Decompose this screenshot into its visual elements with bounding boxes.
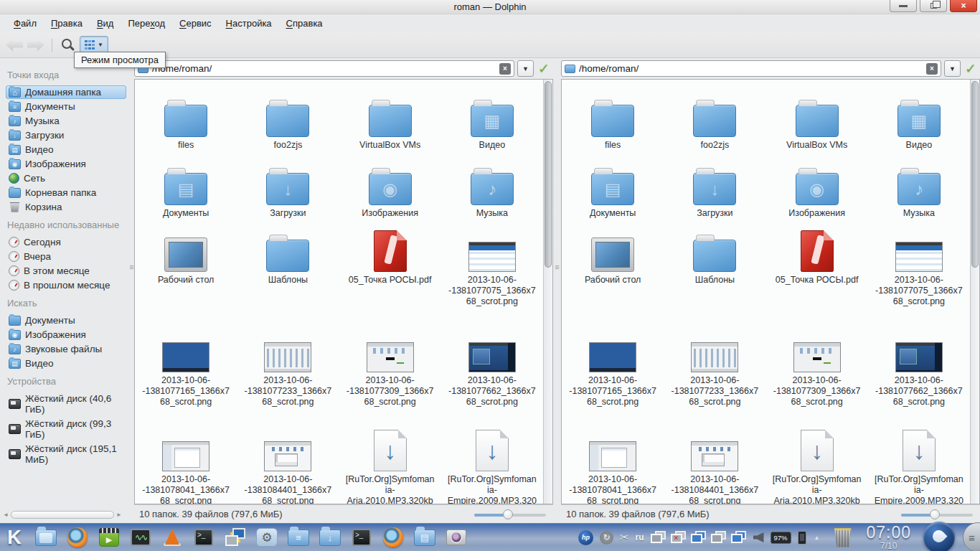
- close-button[interactable]: ×: [950, 0, 977, 12]
- volume-icon[interactable]: [753, 532, 764, 542]
- trash-icon[interactable]: [833, 528, 852, 547]
- file-manager-icon[interactable]: [413, 526, 436, 549]
- network-active-icon[interactable]: [731, 531, 747, 544]
- file-item[interactable]: Изображения: [339, 153, 441, 219]
- file-item[interactable]: Рабочий стол: [562, 219, 664, 319]
- titlebar[interactable]: roman — Dolphin ×: [0, 0, 980, 14]
- file-item[interactable]: Музыка: [868, 153, 970, 219]
- hp-icon[interactable]: hp: [578, 530, 593, 545]
- scroll-left-icon[interactable]: ◄: [3, 512, 9, 518]
- sidebar-item[interactable]: Видео: [6, 143, 126, 156]
- file-item[interactable]: files: [562, 84, 664, 153]
- sidebar-item[interactable]: Сегодня: [6, 235, 126, 249]
- file-item[interactable]: Шаблоны: [237, 219, 339, 319]
- firefox-icon[interactable]: [66, 526, 89, 549]
- file-item[interactable]: 2013-10-06--1381077075_1366x768_scrot.pn…: [441, 219, 543, 319]
- sidebar-item[interactable]: Сеть: [6, 171, 126, 185]
- firefox-icon[interactable]: [382, 526, 405, 549]
- phone-icon[interactable]: [798, 531, 806, 545]
- downloads-folder-icon[interactable]: [319, 526, 341, 549]
- menu-item[interactable]: Правка: [44, 16, 89, 31]
- media-player-icon[interactable]: [98, 526, 121, 549]
- file-item[interactable]: Документы: [562, 153, 664, 219]
- rosa-menu-button[interactable]: [923, 522, 955, 551]
- sidebar-item[interactable]: Изображения: [6, 157, 126, 171]
- sidebar-item[interactable]: Жёсткий диск (99,3 ГиБ): [6, 417, 126, 441]
- file-item[interactable]: 2013-10-06--1381084401_1366x768_scrot.pn…: [664, 418, 765, 504]
- forward-icon[interactable]: [27, 39, 44, 52]
- sidebar-item[interactable]: Вчера: [6, 250, 126, 263]
- scrollbar-thumb[interactable]: [545, 81, 552, 268]
- search-icon[interactable]: [60, 37, 75, 53]
- zoom-slider[interactable]: [901, 509, 973, 519]
- sidebar-item[interactable]: Домашняя папка: [6, 85, 126, 99]
- scissors-icon[interactable]: ✂: [620, 531, 629, 544]
- clear-icon[interactable]: ×: [926, 63, 938, 75]
- menu-item[interactable]: Вид: [90, 16, 121, 31]
- terminal-icon[interactable]: [192, 526, 215, 549]
- file-item[interactable]: [RuTor.Org]Symfomania-Empire.2009.MP3.32…: [868, 418, 970, 504]
- file-item[interactable]: 2013-10-06--1381077233_1366x768_scrot.pn…: [237, 319, 339, 418]
- file-item[interactable]: foo2zjs: [664, 84, 765, 153]
- scroll-right-icon[interactable]: ►: [116, 512, 122, 518]
- file-item[interactable]: [RuTor.Org]Symfomania-Aria.2010.MP3.320k…: [339, 418, 441, 504]
- file-item[interactable]: 2013-10-06--1381077662_1366x768_scrot.pn…: [868, 319, 970, 418]
- file-item[interactable]: Музыка: [441, 153, 543, 219]
- menu-item[interactable]: Настройка: [220, 16, 278, 31]
- file-item[interactable]: Видео: [441, 84, 543, 153]
- file-item[interactable]: Рабочий стол: [135, 219, 237, 319]
- sidebar-item[interactable]: Корневая папка: [6, 186, 126, 199]
- slider-knob[interactable]: [503, 509, 513, 519]
- maximize-button[interactable]: [920, 0, 947, 12]
- file-item[interactable]: Загрузки: [664, 153, 765, 219]
- file-item[interactable]: 2013-10-06--1381077662_1366x768_scrot.pn…: [441, 319, 543, 418]
- file-item[interactable]: 05_Точка РОСЫ.pdf: [766, 219, 868, 319]
- location-input[interactable]: /home/roman/ ×: [134, 60, 514, 77]
- file-item[interactable]: 2013-10-06--1381077309_1366x768_scrot.pn…: [766, 319, 868, 418]
- documents-folder-icon[interactable]: [287, 526, 310, 549]
- location-path[interactable]: /home/roman/: [152, 63, 496, 74]
- sidebar-item[interactable]: Корзина: [6, 200, 126, 214]
- sidebar-item[interactable]: Жёсткий диск (195,1 МиБ): [6, 442, 126, 466]
- chevron-down-icon[interactable]: ▼: [98, 42, 103, 48]
- sidebar-item[interactable]: Видео: [6, 357, 126, 370]
- menu-item[interactable]: Переход: [121, 16, 171, 31]
- vlc-icon[interactable]: [161, 526, 184, 549]
- sidebar-item[interactable]: Музыка: [6, 114, 126, 128]
- sidebar-item[interactable]: Изображения: [6, 328, 126, 342]
- network-active-icon[interactable]: [691, 531, 707, 544]
- location-input[interactable]: /home/roman/ ×: [561, 60, 941, 77]
- file-item[interactable]: Шаблоны: [664, 219, 765, 319]
- network-error-icon[interactable]: [671, 531, 687, 544]
- kde-menu-icon[interactable]: [3, 526, 26, 549]
- scrollbar-thumb[interactable]: [971, 81, 979, 268]
- file-item[interactable]: 2013-10-06--1381078041_1366x768_scrot.pn…: [562, 418, 664, 504]
- view-splitter[interactable]: [553, 58, 561, 523]
- network-idle-icon[interactable]: [651, 531, 666, 544]
- file-item[interactable]: Документы: [135, 153, 237, 219]
- minimize-button[interactable]: [890, 0, 917, 12]
- sidebar-horizontal-scrollbar[interactable]: ◄ ►: [3, 510, 122, 519]
- file-item[interactable]: 2013-10-06--1381077165_1366x768_scrot.pn…: [562, 319, 664, 418]
- location-path[interactable]: /home/roman/: [579, 63, 923, 74]
- apply-check-icon[interactable]: ✓: [963, 60, 978, 77]
- sidebar-item[interactable]: В прошлом месяце: [6, 278, 126, 292]
- file-item[interactable]: [RuTor.Org]Symfomania-Empire.2009.MP3.32…: [441, 418, 543, 504]
- file-item[interactable]: VirtualBox VMs: [766, 84, 868, 153]
- file-item[interactable]: 2013-10-06--1381077309_1366x768_scrot.pn…: [339, 319, 441, 418]
- sidebar-item[interactable]: В этом месяце: [6, 264, 126, 278]
- file-item[interactable]: Изображения: [766, 153, 868, 219]
- battery-indicator[interactable]: 97%: [771, 532, 791, 544]
- file-item[interactable]: 2013-10-06--1381077075_1366x768_scrot.pn…: [868, 219, 970, 319]
- panel-settings-cashew[interactable]: [963, 522, 980, 551]
- sidebar-item[interactable]: Документы: [6, 100, 126, 113]
- scrollbar-track[interactable]: [11, 511, 114, 519]
- tray-expander-icon[interactable]: ▲: [814, 534, 820, 541]
- file-item[interactable]: [RuTor.Org]Symfomania-Aria.2010.MP3.320k…: [766, 418, 868, 504]
- system-monitor-icon[interactable]: [129, 526, 152, 549]
- network-idle-icon[interactable]: [711, 531, 727, 544]
- apply-check-icon[interactable]: ✓: [537, 60, 551, 77]
- file-item[interactable]: foo2zjs: [237, 84, 339, 153]
- menu-item[interactable]: Справка: [280, 16, 329, 31]
- vertical-scrollbar[interactable]: [970, 80, 979, 504]
